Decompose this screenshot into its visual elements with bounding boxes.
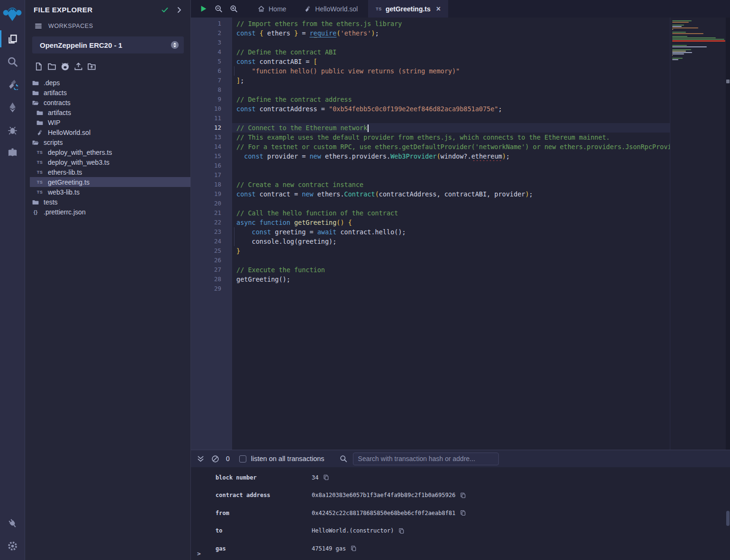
code-line-16[interactable]: 16 — [191, 161, 670, 170]
code-line-25[interactable]: 25} — [191, 246, 670, 256]
code-line-content[interactable] — [232, 170, 670, 180]
line-number[interactable]: 23 — [191, 227, 232, 237]
new-folder-button[interactable] — [47, 62, 56, 71]
code-line-4[interactable]: 4// Define the contract ABI — [191, 47, 670, 57]
code-line-content[interactable]: // For a testnet or custom RPC, use ethe… — [232, 142, 670, 151]
line-number[interactable]: 27 — [191, 265, 232, 275]
code-line-21[interactable]: 21// Call the hello function of the cont… — [191, 208, 670, 218]
code-line-content[interactable] — [232, 161, 670, 170]
code-line-2[interactable]: 2const { ethers } = require('ethers'); — [191, 28, 670, 38]
copy-icon[interactable] — [398, 528, 405, 534]
code-line-29[interactable]: 29 — [191, 284, 670, 293]
clear-terminal-icon[interactable] — [211, 455, 219, 463]
code-line-content[interactable]: const contract = new ethers.Contract(con… — [232, 189, 670, 199]
code-line-content[interactable]: // Define the contract ABI — [232, 47, 670, 57]
close-tab-icon[interactable]: × — [436, 5, 441, 13]
code-line-8[interactable]: 8 — [191, 85, 670, 95]
line-number[interactable]: 2 — [191, 28, 232, 38]
code-line-14[interactable]: 14// For a testnet or custom RPC, use et… — [191, 142, 670, 151]
tree-item-artifacts[interactable]: artifacts — [30, 88, 190, 98]
line-number[interactable]: 7 — [191, 76, 232, 85]
line-number[interactable]: 3 — [191, 38, 232, 47]
activity-item-deploy-and-run[interactable] — [0, 96, 25, 118]
code-line-18[interactable]: 18// Create a new contract instance — [191, 180, 670, 189]
line-number[interactable]: 14 — [191, 142, 232, 151]
line-number[interactable]: 6 — [191, 66, 232, 76]
code-line-19[interactable]: 19const contract = new ethers.Contract(c… — [191, 189, 670, 199]
line-number[interactable]: 11 — [191, 114, 232, 123]
code-line-10[interactable]: 10const contractAddress = "0xb54febb5c0c… — [191, 104, 670, 114]
code-line-6[interactable]: 6 "function hello() public view returns … — [191, 66, 670, 76]
code-line-content[interactable]: getGreeting(); — [232, 275, 670, 284]
code-line-content[interactable]: } — [232, 246, 670, 256]
line-number[interactable]: 28 — [191, 275, 232, 284]
tree-item-contracts[interactable]: contracts — [30, 98, 190, 107]
editor-scrollbar[interactable] — [726, 18, 730, 450]
tree-item-ethers-lib-ts[interactable]: TSethers-lib.ts — [30, 167, 190, 177]
code-line-content[interactable]: // Execute the function — [232, 265, 670, 275]
line-number[interactable]: 17 — [191, 170, 232, 180]
copy-icon[interactable] — [460, 510, 466, 516]
code-line-content[interactable]: // Define the contract address — [232, 95, 670, 104]
new-file-button[interactable] — [34, 62, 43, 71]
code-line-5[interactable]: 5const contractABI = [ — [191, 57, 670, 66]
code-line-13[interactable]: 13// This example uses the default provi… — [191, 133, 670, 142]
code-line-17[interactable]: 17 — [191, 170, 670, 180]
line-number[interactable]: 20 — [191, 199, 232, 208]
workspace-select[interactable]: OpenZeppelin ERC20 - 1 — [32, 36, 184, 53]
tree-item-getgreeting-ts[interactable]: TSgetGreeting.ts — [30, 177, 190, 187]
line-number[interactable]: 9 — [191, 95, 232, 104]
collapse-terminal-icon[interactable] — [197, 455, 205, 463]
code-line-content[interactable]: const contractABI = [ — [232, 57, 670, 66]
tree-item--prettierrc-json[interactable]: {}.prettierrc.json — [30, 207, 190, 217]
code-line-content[interactable]: // Import ethers from the ethers.js libr… — [232, 19, 670, 28]
activity-item-search-in-files[interactable] — [0, 50, 25, 73]
line-number[interactable]: 8 — [191, 85, 232, 95]
tree-item-wip[interactable]: WIP — [30, 117, 190, 127]
code-line-20[interactable]: 20 — [191, 199, 670, 208]
listen-all-transactions-checkbox[interactable] — [239, 455, 246, 462]
code-editor[interactable]: 1// Import ethers from the ethers.js lib… — [191, 18, 670, 450]
activity-item-remix-home[interactable] — [0, 1, 25, 27]
line-number[interactable]: 29 — [191, 284, 232, 293]
code-line-content[interactable] — [232, 199, 670, 208]
line-number[interactable]: 1 — [191, 19, 232, 28]
code-line-content[interactable]: console.log(greeting); — [232, 237, 670, 246]
copy-icon[interactable] — [351, 545, 357, 551]
tree-item-deploy-with-web3-ts[interactable]: TSdeploy_with_web3.ts — [30, 157, 190, 167]
activity-item-debugger[interactable] — [0, 118, 25, 141]
code-line-content[interactable] — [232, 114, 670, 123]
code-line-content[interactable]: const { ethers } = require('ethers'); — [232, 28, 670, 38]
tree-item-helloworld-sol[interactable]: HelloWorld.sol — [30, 127, 190, 137]
code-line-26[interactable]: 26 — [191, 256, 670, 265]
tree-item-web3-lib-ts[interactable]: TSweb3-lib.ts — [30, 187, 190, 197]
github-clone-button[interactable] — [61, 62, 70, 71]
code-line-22[interactable]: 22async function getGreeting() { — [191, 218, 670, 227]
code-line-content[interactable] — [232, 284, 670, 293]
code-line-content[interactable]: // Connect to the Ethereum network — [232, 123, 670, 133]
line-number[interactable]: 13 — [191, 133, 232, 142]
zoom-out-icon[interactable] — [215, 5, 223, 13]
copy-icon[interactable] — [323, 474, 329, 480]
code-line-content[interactable]: // Create a new contract instance — [232, 180, 670, 189]
code-line-15[interactable]: 15 const provider = new ethers.providers… — [191, 151, 670, 161]
check-icon[interactable] — [161, 6, 169, 14]
code-line-content[interactable]: // This example uses the default provide… — [232, 133, 670, 142]
tab-getgreeting-ts[interactable]: TSgetGreeting.ts× — [368, 0, 448, 18]
zoom-in-icon[interactable] — [230, 5, 238, 13]
line-number[interactable]: 16 — [191, 161, 232, 170]
line-number[interactable]: 19 — [191, 189, 232, 199]
terminal-search-input[interactable] — [353, 453, 499, 465]
minimap[interactable] — [670, 18, 726, 450]
line-number[interactable]: 25 — [191, 246, 232, 256]
code-line-1[interactable]: 1// Import ethers from the ethers.js lib… — [191, 19, 670, 28]
editor-scrollbar-thumb[interactable] — [726, 80, 730, 83]
line-number[interactable]: 26 — [191, 256, 232, 265]
tab-helloworld-sol[interactable]: HelloWorld.sol — [297, 0, 365, 18]
run-script-button[interactable] — [199, 5, 207, 13]
activity-item-file-explorer[interactable] — [0, 27, 25, 50]
upload-file-button[interactable] — [74, 62, 83, 71]
code-line-content[interactable]: ]; — [232, 76, 670, 85]
code-line-content[interactable] — [232, 256, 670, 265]
activity-item-settings[interactable] — [0, 534, 25, 557]
